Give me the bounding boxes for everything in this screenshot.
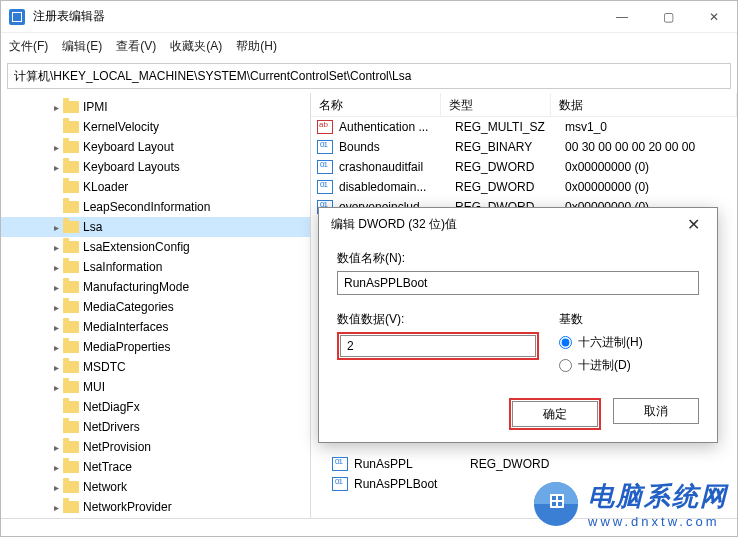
expand-icon[interactable]: ▸: [49, 242, 63, 253]
radio-hex[interactable]: 十六进制(H): [559, 334, 699, 351]
folder-icon: [63, 161, 79, 173]
tree-item[interactable]: ▸LsaExtensionConfig: [1, 237, 310, 257]
menu-fav[interactable]: 收藏夹(A): [170, 38, 222, 55]
expand-icon[interactable]: ▸: [49, 362, 63, 373]
address-input[interactable]: [14, 69, 724, 83]
binary-icon: [332, 457, 348, 471]
binary-icon: [317, 140, 333, 154]
tree-item-label: LeapSecondInformation: [83, 200, 210, 214]
radio-hex-input[interactable]: [559, 336, 572, 349]
binary-icon: [317, 160, 333, 174]
menu-file[interactable]: 文件(F): [9, 38, 48, 55]
col-name[interactable]: 名称: [311, 93, 441, 116]
value-data-label: 数值数据(V):: [337, 311, 539, 328]
tree-item-label: NetworkProvider: [83, 500, 172, 514]
list-row[interactable]: RunAsPPLBoot: [326, 474, 580, 494]
tree-item[interactable]: ▸LsaInformation: [1, 257, 310, 277]
expand-icon[interactable]: ▸: [49, 382, 63, 393]
folder-icon: [63, 361, 79, 373]
tree-item[interactable]: NetDrivers: [1, 417, 310, 437]
list-rows-under-dialog: RunAsPPL REG_DWORD RunAsPPLBoot: [326, 454, 580, 494]
tree-item[interactable]: ▸MSDTC: [1, 357, 310, 377]
expand-icon[interactable]: ▸: [49, 342, 63, 353]
binary-icon: [332, 477, 348, 491]
close-button[interactable]: ✕: [691, 1, 737, 33]
tree-item[interactable]: ▸NetTrace: [1, 457, 310, 477]
dialog-close-button[interactable]: ✕: [681, 215, 705, 234]
folder-icon: [63, 481, 79, 493]
tree-item-label: NetProvision: [83, 440, 151, 454]
tree-item[interactable]: NetDiagFx: [1, 397, 310, 417]
expand-icon[interactable]: ▸: [49, 102, 63, 113]
tree-item[interactable]: ▸Keyboard Layouts: [1, 157, 310, 177]
folder-icon: [63, 261, 79, 273]
tree-item-label: MediaProperties: [83, 340, 170, 354]
tree-item[interactable]: ▸MediaInterfaces: [1, 317, 310, 337]
tree-item[interactable]: ▸MUI: [1, 377, 310, 397]
menu-help[interactable]: 帮助(H): [236, 38, 277, 55]
tree-item-label: NetDrivers: [83, 420, 140, 434]
menu-view[interactable]: 查看(V): [116, 38, 156, 55]
menu-edit[interactable]: 编辑(E): [62, 38, 102, 55]
value-name-input[interactable]: [337, 271, 699, 295]
tree-item[interactable]: ▸NetProvision: [1, 437, 310, 457]
maximize-button[interactable]: ▢: [645, 1, 691, 33]
tree-item-label: KLoader: [83, 180, 128, 194]
list-row[interactable]: RunAsPPL REG_DWORD: [326, 454, 580, 474]
expand-icon[interactable]: ▸: [49, 322, 63, 333]
tree-item-label: IPMI: [83, 100, 108, 114]
binary-icon: [317, 180, 333, 194]
expand-icon[interactable]: ▸: [49, 502, 63, 513]
folder-icon: [63, 501, 79, 513]
tree-item[interactable]: LeapSecondInformation: [1, 197, 310, 217]
tree-item[interactable]: ▸Network: [1, 477, 310, 497]
ok-button[interactable]: 确定: [512, 401, 598, 427]
tree-item[interactable]: ▸Keyboard Layout: [1, 137, 310, 157]
cancel-button[interactable]: 取消: [613, 398, 699, 424]
tree-view[interactable]: ▸IPMIKernelVelocity▸Keyboard Layout▸Keyb…: [1, 93, 311, 518]
expand-icon[interactable]: ▸: [49, 142, 63, 153]
tree-item-label: LsaInformation: [83, 260, 162, 274]
col-data[interactable]: 数据: [551, 93, 737, 116]
tree-item-label: NetDiagFx: [83, 400, 140, 414]
tree-item-label: Keyboard Layouts: [83, 160, 180, 174]
tree-item-label: NetTrace: [83, 460, 132, 474]
value-data-highlight: [337, 332, 539, 360]
radio-dec-input[interactable]: [559, 359, 572, 372]
address-bar[interactable]: [7, 63, 731, 89]
tree-item-label: KernelVelocity: [83, 120, 159, 134]
tree-item-label: ManufacturingMode: [83, 280, 189, 294]
expand-icon[interactable]: ▸: [49, 462, 63, 473]
tree-item[interactable]: ▸MediaProperties: [1, 337, 310, 357]
tree-item-label: MediaInterfaces: [83, 320, 168, 334]
tree-item[interactable]: KernelVelocity: [1, 117, 310, 137]
expand-icon[interactable]: ▸: [49, 162, 63, 173]
tree-item[interactable]: KLoader: [1, 177, 310, 197]
edit-dword-dialog: 编辑 DWORD (32 位)值 ✕ 数值名称(N): 数值数据(V): 基数 …: [318, 207, 718, 443]
tree-item[interactable]: ▸IPMI: [1, 97, 310, 117]
expand-icon[interactable]: ▸: [49, 302, 63, 313]
radio-dec[interactable]: 十进制(D): [559, 357, 699, 374]
list-row[interactable]: BoundsREG_BINARY00 30 00 00 00 20 00 00: [311, 137, 737, 157]
tree-item[interactable]: ▸MediaCategories: [1, 297, 310, 317]
list-row[interactable]: disabledomain...REG_DWORD0x00000000 (0): [311, 177, 737, 197]
folder-icon: [63, 181, 79, 193]
expand-icon[interactable]: ▸: [49, 482, 63, 493]
tree-item[interactable]: ▸ManufacturingMode: [1, 277, 310, 297]
expand-icon[interactable]: ▸: [49, 442, 63, 453]
expand-icon[interactable]: ▸: [49, 282, 63, 293]
tree-item-label: Lsa: [83, 220, 102, 234]
expand-icon[interactable]: ▸: [49, 262, 63, 273]
col-type[interactable]: 类型: [441, 93, 551, 116]
window-title: 注册表编辑器: [33, 8, 599, 25]
tree-item[interactable]: ▸NetworkProvider: [1, 497, 310, 517]
statusbar: [1, 518, 737, 536]
minimize-button[interactable]: —: [599, 1, 645, 33]
folder-icon: [63, 241, 79, 253]
list-row[interactable]: crashonauditfailREG_DWORD0x00000000 (0): [311, 157, 737, 177]
list-row[interactable]: Authentication ...REG_MULTI_SZmsv1_0: [311, 117, 737, 137]
expand-icon[interactable]: ▸: [49, 222, 63, 233]
value-data-input[interactable]: [340, 335, 536, 357]
tree-item[interactable]: ▸Lsa: [1, 217, 310, 237]
folder-icon: [63, 321, 79, 333]
